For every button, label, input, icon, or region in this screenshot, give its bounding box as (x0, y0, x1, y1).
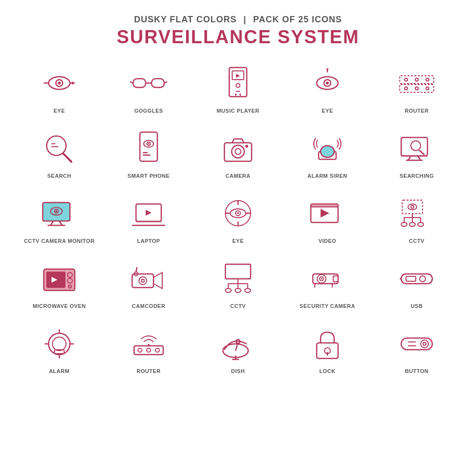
icon-music-player (214, 61, 262, 105)
icon-label-usb: USB (411, 303, 423, 309)
svg-marker-64 (146, 210, 152, 216)
svg-point-106 (235, 289, 241, 292)
icon-label-security-cam: SECURITY CAMERA (300, 303, 355, 309)
svg-marker-17 (239, 93, 241, 96)
svg-point-95 (141, 279, 144, 282)
svg-point-72 (237, 212, 239, 214)
icon-cell-searching: SEARCHING (372, 122, 461, 183)
icon-cell-eye3: EYE (193, 187, 283, 248)
svg-marker-96 (153, 272, 162, 289)
icon-alarm-siren (303, 126, 352, 170)
icon-label-router2: ROUTER (136, 368, 160, 374)
svg-rect-39 (143, 152, 148, 153)
header-subtitle: DUSKY FLAT COLORS | PACK OF 25 ICONS (117, 15, 359, 25)
icons-grid: EYE GOGGLES MUSIC PLAYER EYE (15, 57, 461, 378)
icon-cell-eye1: EYE (15, 57, 104, 118)
svg-line-98 (136, 267, 137, 272)
icon-eye2 (303, 61, 352, 105)
icon-cell-microwave: MICROWAVE OVEN (15, 253, 104, 313)
icon-label-cctv1: CCTV (409, 238, 425, 244)
icon-button (392, 322, 441, 365)
svg-point-86 (418, 222, 424, 226)
icon-eye1 (35, 61, 84, 105)
svg-point-107 (245, 289, 251, 292)
icon-searching (392, 126, 441, 170)
icon-cctv1 (392, 191, 441, 235)
svg-point-52 (411, 141, 421, 151)
svg-point-44 (245, 145, 248, 148)
subtitle-left: DUSKY FLAT COLORS (134, 15, 237, 24)
icon-cell-camcoder: CAMCODER (104, 253, 193, 313)
svg-point-25 (405, 78, 408, 81)
icon-cell-search: SEARCH (15, 122, 104, 183)
icon-label-cctv2: CCTV (230, 303, 246, 309)
subtitle-right: PACK OF 25 ICONS (253, 15, 342, 24)
svg-marker-16 (235, 93, 237, 96)
svg-rect-6 (133, 79, 146, 87)
icon-label-smartphone: SMART PHONE (128, 173, 170, 179)
icon-cell-cctv1: CCTV (372, 187, 461, 248)
svg-point-141 (423, 342, 426, 345)
icon-cell-eye2: EYE (283, 57, 372, 118)
icon-label-camera: CAMERA (225, 173, 250, 179)
icon-cell-security-cam: SECURITY CAMERA (283, 253, 372, 313)
svg-point-111 (321, 278, 323, 279)
icon-label-alarm: ALARM (49, 368, 69, 374)
svg-point-30 (415, 87, 418, 90)
icon-label-searching: SEARCHING (400, 173, 434, 179)
icon-cell-lock: LOCK (283, 318, 372, 378)
icon-label-alarm-siren: ALARM SIREN (307, 173, 347, 179)
icon-cell-usb: USB (372, 253, 461, 313)
icon-cell-cctv-monitor: CCTV CAMERA MONITOR (15, 187, 104, 248)
icon-eye3 (214, 191, 262, 235)
icon-label-laptop: LAPTOP (137, 238, 160, 244)
icon-cell-alarm-siren: ALARM SIREN (283, 122, 372, 183)
svg-marker-74 (321, 209, 329, 218)
svg-line-58 (51, 221, 53, 225)
svg-marker-13 (236, 74, 240, 78)
svg-point-119 (49, 333, 70, 355)
svg-point-105 (225, 289, 231, 292)
svg-line-53 (420, 151, 424, 154)
icon-label-dish: DISH (231, 368, 245, 374)
svg-point-84 (401, 222, 407, 226)
icon-cell-laptop: LAPTOP (104, 187, 193, 248)
icon-security-cam (303, 256, 352, 300)
svg-point-2 (58, 82, 61, 85)
svg-point-130 (148, 344, 150, 346)
svg-line-32 (63, 153, 71, 162)
icon-label-camcoder: CAMCODER (132, 303, 166, 309)
svg-rect-136 (317, 343, 338, 358)
icon-cctv2 (214, 256, 262, 300)
header: DUSKY FLAT COLORS | PACK OF 25 ICONS SUR… (117, 15, 359, 48)
icon-label-cctv-monitor: CCTV CAMERA MONITOR (24, 238, 94, 244)
icon-cell-music-player: MUSIC PLAYER (193, 57, 283, 118)
svg-point-120 (52, 337, 66, 351)
svg-point-27 (405, 87, 408, 90)
icon-label-router1: ROUTER (405, 108, 428, 114)
icon-smartphone (124, 126, 173, 170)
svg-point-26 (426, 78, 429, 81)
svg-rect-7 (152, 79, 164, 87)
subtitle-sep: | (243, 15, 246, 24)
svg-rect-139 (401, 338, 432, 350)
icon-label-goggles: GOGGLES (134, 108, 163, 114)
icon-label-eye2: EYE (322, 108, 333, 114)
svg-point-57 (55, 210, 57, 212)
icon-cell-video: VIDEO (283, 187, 372, 248)
svg-line-59 (59, 221, 62, 225)
svg-rect-112 (333, 276, 338, 282)
icon-search (35, 126, 84, 170)
icon-label-button: BUTTON (405, 368, 429, 374)
icon-usb (392, 256, 441, 300)
icon-cell-alarm: ALARM (15, 318, 104, 378)
svg-point-14 (236, 84, 240, 87)
svg-point-117 (420, 276, 425, 282)
icon-microwave (35, 256, 84, 300)
svg-rect-40 (143, 154, 151, 156)
icon-cctv-monitor (35, 191, 84, 235)
svg-rect-99 (225, 264, 251, 279)
icon-alarm (35, 322, 84, 365)
icon-camera (214, 126, 262, 170)
page-title: SURVEILLANCE SYSTEM (117, 27, 359, 48)
